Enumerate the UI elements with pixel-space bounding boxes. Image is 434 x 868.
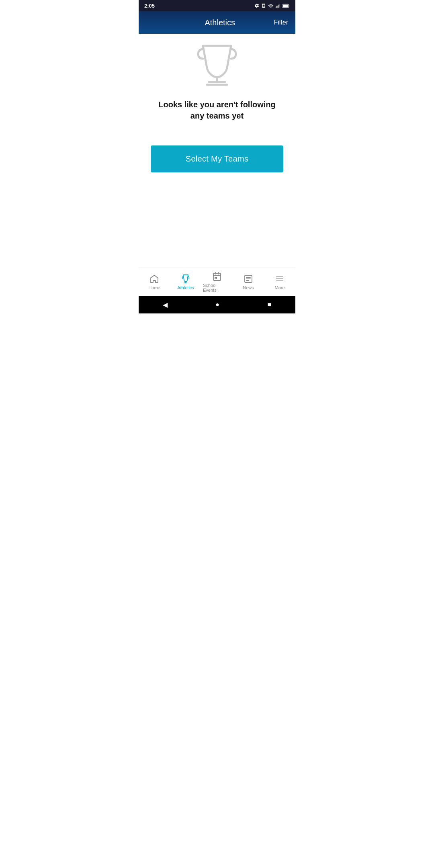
wifi-icon <box>268 4 274 8</box>
filter-button[interactable]: Filter <box>274 19 288 26</box>
more-label: More <box>274 285 285 290</box>
svg-rect-7 <box>289 5 289 6</box>
system-nav-bar: ◀ ● ■ <box>139 296 295 313</box>
status-time: 2:05 <box>144 3 155 9</box>
nav-item-news[interactable]: News <box>233 268 264 296</box>
svg-rect-8 <box>283 4 288 7</box>
status-bar: 2:05 <box>139 0 295 11</box>
home-label: Home <box>148 285 160 290</box>
back-button[interactable]: ◀ <box>163 301 168 309</box>
svg-rect-14 <box>213 273 221 280</box>
status-icons <box>254 3 290 8</box>
trophy-icon <box>193 42 241 86</box>
trophy-icon-container <box>193 42 241 88</box>
svg-rect-1 <box>263 5 265 7</box>
svg-rect-5 <box>279 4 280 8</box>
svg-rect-2 <box>276 6 276 8</box>
svg-rect-3 <box>277 6 278 8</box>
news-icon <box>244 274 253 284</box>
nav-item-school-events[interactable]: School Events <box>201 268 233 296</box>
athletics-label: Athletics <box>177 285 194 290</box>
home-button[interactable]: ● <box>215 301 219 308</box>
main-content: Looks like you aren't following any team… <box>139 34 295 180</box>
signal-icon <box>276 4 280 8</box>
svg-rect-18 <box>215 277 217 279</box>
athletics-trophy-icon <box>181 274 190 284</box>
svg-rect-4 <box>278 5 278 8</box>
bottom-navigation: Home Athletics School Events N <box>139 268 295 296</box>
select-my-teams-button[interactable]: Select My Teams <box>151 145 283 172</box>
news-label: News <box>243 285 254 290</box>
settings-icon <box>254 3 259 8</box>
empty-state-message: Looks like you aren't following any team… <box>151 99 283 121</box>
home-icon <box>149 274 159 284</box>
more-menu-icon <box>275 274 285 284</box>
content-spacer <box>139 180 295 268</box>
nav-item-home[interactable]: Home <box>139 268 170 296</box>
nav-item-more[interactable]: More <box>264 268 295 296</box>
sim-icon <box>261 3 266 8</box>
school-events-label: School Events <box>203 283 231 293</box>
nav-item-athletics[interactable]: Athletics <box>170 268 201 296</box>
recent-button[interactable]: ■ <box>268 301 272 308</box>
page-title: Athletics <box>166 18 274 27</box>
app-header: Athletics Filter <box>139 11 295 34</box>
calendar-icon <box>212 272 222 281</box>
battery-icon <box>283 4 290 8</box>
